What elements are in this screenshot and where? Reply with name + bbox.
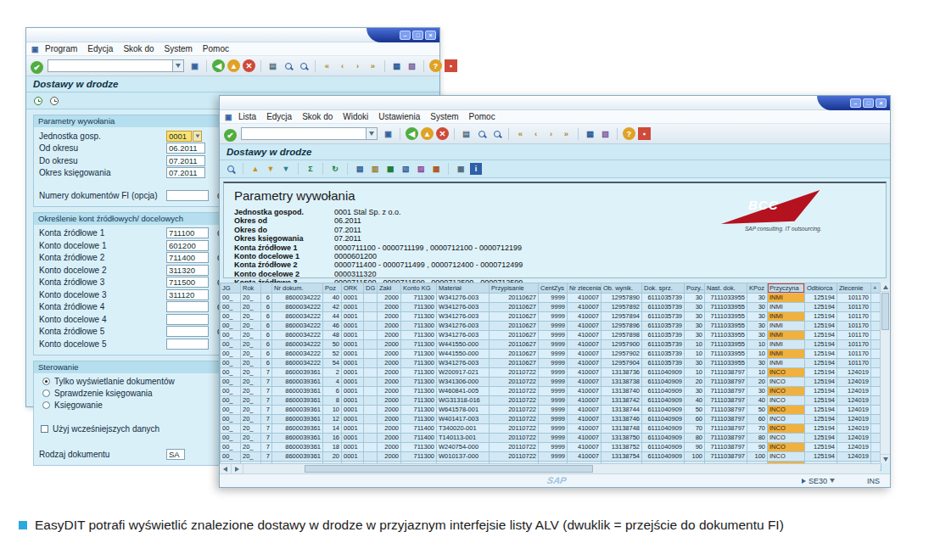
cell[interactable]: 18	[323, 443, 342, 452]
cell[interactable]: 00_	[221, 406, 241, 415]
cell[interactable]: 410007	[568, 387, 601, 396]
cell[interactable]: 0001	[342, 350, 364, 359]
cell[interactable]: 30	[685, 294, 705, 303]
cell[interactable]: 20	[323, 452, 342, 462]
cell[interactable]: 7	[261, 443, 272, 452]
cell[interactable]: 6111040909	[642, 424, 685, 434]
cell[interactable]: 711300	[401, 312, 437, 322]
cell[interactable]: 2000	[378, 312, 401, 322]
cell[interactable]: W441550-000	[437, 340, 490, 350]
column-header-ob-wynik[interactable]: Ob. wynik.	[601, 283, 642, 294]
cell[interactable]: 0001	[342, 322, 364, 331]
cell[interactable]: 6111035739	[642, 303, 685, 312]
cell[interactable]: 7111038797	[705, 415, 747, 424]
cell[interactable]: 6111040909	[642, 452, 685, 462]
cell[interactable]: W341276-003	[437, 312, 490, 322]
cell[interactable]: 20110627	[490, 312, 539, 322]
cell[interactable]: 6	[261, 340, 272, 350]
cell[interactable]: 7	[261, 434, 272, 443]
column-header-materia[interactable]: Materiał	[437, 283, 490, 294]
find-icon[interactable]	[475, 127, 488, 140]
cell[interactable]: 7111038797	[705, 396, 747, 406]
field-konta-r-d-owe-1[interactable]	[166, 227, 209, 238]
cell[interactable]: 711300	[401, 378, 437, 387]
cell[interactable]: 2000	[378, 396, 401, 406]
radio-sprawdzenie-ksi-gowania[interactable]	[42, 389, 50, 397]
cell[interactable]: 410007	[568, 359, 601, 368]
cell[interactable]: 7	[261, 424, 272, 434]
table-row[interactable]: 00_20_686000342224000012000711300W341276…	[221, 294, 881, 303]
column-header-nr-dokum[interactable]: Nr dokum.	[272, 283, 323, 294]
cell[interactable]: 20_	[241, 294, 261, 303]
menu-lista[interactable]: Lista	[238, 112, 256, 121]
cell[interactable]: INMI	[768, 340, 805, 350]
cell[interactable]: 7111038797	[705, 434, 747, 443]
cell[interactable]: 410007	[568, 294, 601, 303]
cell[interactable]: 0001	[342, 415, 364, 424]
cell[interactable]	[364, 331, 378, 340]
cell[interactable]: INCO	[768, 443, 805, 452]
customize-icon[interactable]: ▪	[638, 127, 651, 140]
cell[interactable]: 30	[685, 312, 705, 322]
cell[interactable]: 0001	[342, 434, 364, 443]
filter-icon[interactable]: ▼	[280, 163, 292, 175]
system-menu-icon[interactable]: ▣	[30, 44, 40, 54]
table-row[interactable]: 00_20_686000342224600012000711300W341276…	[221, 322, 881, 331]
cell[interactable]: 0001	[342, 406, 364, 415]
cell[interactable]: 9999	[539, 294, 568, 303]
table-row[interactable]: 00_20_786000393612000012000711300W010137…	[221, 452, 881, 462]
cell[interactable]	[364, 378, 378, 387]
table-row[interactable]: 00_20_786000393611400012000711400T340020…	[221, 424, 881, 434]
cell[interactable]: 00_	[221, 415, 241, 424]
cell[interactable]: 2000	[378, 303, 401, 312]
cell[interactable]: 101170	[837, 340, 871, 350]
cell[interactable]: 7111038797	[705, 406, 747, 415]
cell[interactable]: 12957896	[601, 322, 642, 331]
cell[interactable]: 00_	[221, 396, 241, 406]
column-header-kpoz[interactable]: KPoz	[747, 283, 768, 294]
cell[interactable]: 30	[685, 322, 705, 331]
find-next-icon[interactable]	[297, 59, 310, 72]
cell[interactable]: 30	[747, 294, 768, 303]
cell[interactable]: W401417-003	[437, 415, 490, 424]
cell[interactable]: 40	[747, 396, 768, 406]
cell[interactable]: 101170	[837, 331, 871, 340]
cell[interactable]: 7111038797	[705, 443, 747, 452]
cell[interactable]: 30	[747, 359, 768, 368]
horizontal-scroll-thumb[interactable]	[305, 465, 593, 473]
export-graphic-icon[interactable]: ▨	[415, 163, 427, 175]
cell[interactable]: 6111035739	[642, 294, 685, 303]
cell[interactable]: 6111040909	[642, 378, 685, 387]
table-row[interactable]: 00_20_686000342225400012000711300W341276…	[221, 359, 881, 368]
cell[interactable]: 12957892	[601, 303, 642, 312]
cell[interactable]: 50	[323, 340, 342, 350]
cell[interactable]: 20_	[241, 406, 261, 415]
cell[interactable]: 410007	[568, 434, 601, 443]
cell[interactable]: 2000	[378, 359, 401, 368]
cell[interactable]: 0001	[342, 368, 364, 378]
cell[interactable]	[364, 406, 378, 415]
column-header-centzys[interactable]: CentZys	[539, 283, 568, 294]
cell[interactable]: 2000	[378, 294, 401, 303]
titlebar[interactable]: –□×	[26, 28, 439, 42]
cell[interactable]: 0001	[342, 396, 364, 406]
cell[interactable]: 44	[323, 312, 342, 322]
table-row[interactable]: 00_20_78600039361600012000711300W460841-…	[221, 387, 881, 396]
cell[interactable]: 20_	[241, 415, 261, 424]
cell[interactable]: 9999	[539, 368, 568, 378]
cell[interactable]: 13138746	[601, 415, 642, 424]
value-help-icon[interactable]	[193, 131, 202, 142]
cell[interactable]: 30	[685, 387, 705, 396]
cell[interactable]: W441550-000	[437, 350, 490, 359]
cell[interactable]: 20110722	[490, 415, 539, 424]
cell[interactable]: 7111038797	[705, 452, 747, 462]
horizontal-scrollbar[interactable]	[220, 463, 880, 473]
cell[interactable]: 7	[261, 396, 272, 406]
cell[interactable]: 6	[261, 294, 272, 303]
cell[interactable]: 410007	[568, 406, 601, 415]
cell[interactable]: 124019	[837, 368, 871, 378]
cell[interactable]	[364, 387, 378, 396]
cell[interactable]: 125194	[805, 424, 837, 434]
back-icon[interactable]: ◀	[212, 59, 225, 72]
cell[interactable]: 20_	[241, 434, 261, 443]
